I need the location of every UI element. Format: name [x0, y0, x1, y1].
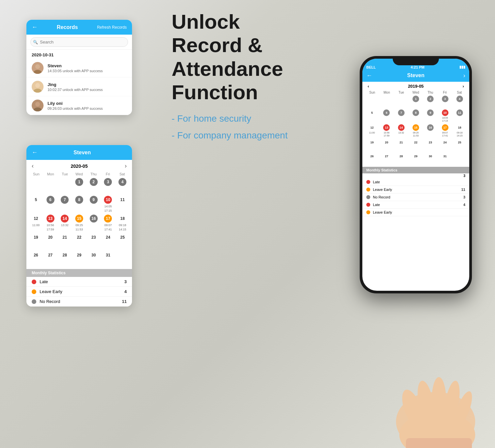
search-icon: 🔍 [33, 40, 38, 45]
phone-forward-icon: › [463, 72, 465, 79]
late-dot [32, 280, 36, 284]
record-detail-steven: 14:33:05 unlock with APP success [48, 69, 103, 73]
p-cell-25[interactable]: 25 [453, 138, 467, 152]
cal-cell-23[interactable]: 23 [87, 233, 101, 250]
p-cell-23[interactable]: 23 [423, 138, 437, 152]
cal-cell-11[interactable]: 11 [116, 195, 129, 213]
p-cell-3[interactable]: 3 [438, 95, 452, 108]
p-cell-19[interactable]: 19 [365, 138, 379, 152]
p-cell-12[interactable]: 1211:00 [365, 124, 379, 138]
phone-prev-month[interactable]: ‹ [368, 84, 369, 89]
cal-cell-20[interactable]: 20 [44, 233, 57, 250]
cal-cell-4[interactable]: 4 [116, 177, 129, 194]
cal-cell-13[interactable]: 13 10:5617:59 [44, 214, 57, 232]
cal-cell-21[interactable]: 21 [58, 233, 72, 250]
cal-cell-14[interactable]: 14 13:32 [58, 214, 72, 232]
cal-cell-25[interactable]: 25 [116, 233, 129, 250]
p-cell-22[interactable]: 22 [409, 138, 423, 152]
p-cell-11[interactable]: 11 [453, 109, 467, 123]
phone-leave-dot [366, 188, 370, 192]
cal-cell-18[interactable]: 18 09:1814:15 [116, 214, 129, 232]
cal-cell-8[interactable]: 8 [72, 195, 86, 213]
leave-early-count: 4 [124, 289, 127, 294]
phone-stat-count-header: 3 [362, 173, 469, 178]
cal-cell-12[interactable]: 12 11:00 [29, 214, 43, 232]
month-navigation: ‹ 2020-05 › [26, 160, 132, 172]
avatar-jing [32, 81, 44, 93]
phone-stat-no-record: No Record 3 [362, 194, 469, 201]
phone-late2-label: Late [373, 203, 380, 207]
cal-cell-26[interactable]: 26 [29, 251, 43, 268]
cal-cell-9[interactable]: 9 [87, 195, 101, 213]
p-cell-e4 [453, 152, 467, 165]
p-cell-7[interactable]: 7 [394, 109, 408, 123]
p-cell-21[interactable]: 21 [394, 138, 408, 152]
cal-cell-16[interactable]: 16 [87, 214, 101, 232]
p-cell-10[interactable]: 10 18:0517:15 [438, 109, 452, 123]
cal-cell-empty2 [44, 177, 57, 194]
p-cell-15[interactable]: 1509:2511:53 [409, 124, 423, 138]
current-month-label: 2020-05 [71, 164, 87, 169]
p-cell-1[interactable]: 1 [409, 95, 423, 108]
day-thu: Thu [86, 172, 101, 176]
cal-cell-15[interactable]: 15 09:2511:53 [72, 214, 86, 232]
cal-cell-17[interactable]: 17 09:0717:41 [101, 214, 115, 232]
cal-cell-22[interactable]: 22 [72, 233, 86, 250]
cal-cell-5[interactable]: 5 [29, 195, 43, 213]
p-cell-30[interactable]: 30 [423, 152, 437, 165]
phone-back-icon[interactable]: ← [366, 72, 372, 79]
cal-cell-6[interactable]: 6 [44, 195, 57, 213]
p-cell-5[interactable]: 5 [365, 109, 379, 123]
calendar-grid: 1 2 3 4 5 6 7 8 9 10 14:0517:15 11 12 11… [26, 177, 132, 268]
p-cell-9[interactable]: 9 [423, 109, 437, 123]
p-cell-16[interactable]: 16 [423, 124, 437, 138]
phone-next-month[interactable]: › [463, 84, 464, 89]
cal-cell-27[interactable]: 27 [44, 251, 57, 268]
p-cell-14[interactable]: 1413:32 [394, 124, 408, 138]
cal-cell-30[interactable]: 30 [87, 251, 101, 268]
p-cell-31[interactable]: 31 [438, 152, 452, 165]
next-month-button[interactable]: › [125, 163, 127, 169]
p-cell-17[interactable]: 1709:0717:41 [438, 124, 452, 138]
records-screen: ← Records Refresh Records 🔍 2020-10-31 S… [26, 20, 132, 115]
cal-cell-1[interactable]: 1 [72, 177, 86, 194]
day-mon: Mon [43, 172, 57, 176]
phone-norecord-label: No Record [373, 195, 390, 199]
record-text-jing: Jing 10:02:37 unlock with APP success [48, 82, 103, 92]
cal-cell-3[interactable]: 3 [101, 177, 115, 194]
phone-late2-num: 4 [463, 203, 465, 207]
p-cell-8[interactable]: 8 [409, 109, 423, 123]
p-cell-20[interactable]: 20 [380, 138, 393, 152]
p-cell-27[interactable]: 27 [380, 152, 393, 165]
cal-cell-19[interactable]: 19 [29, 233, 43, 250]
p-cell-2[interactable]: 2 [423, 95, 437, 108]
search-input[interactable] [30, 37, 128, 47]
phone-mockup: BELL 4:21 PM ▮▮▮ ← Steven › ‹ 2019-05 › … [353, 56, 478, 313]
phone-leave-early-label: Leave Early [373, 188, 392, 192]
p-cell-29[interactable]: 29 [409, 152, 423, 165]
cal-cell-24[interactable]: 24 [101, 233, 115, 250]
refresh-records-label[interactable]: Refresh Records [97, 25, 127, 30]
cal-cell-28[interactable]: 28 [58, 251, 72, 268]
attendance-back-button[interactable]: ← [32, 149, 38, 156]
p-cell-4[interactable]: 4 [453, 95, 467, 108]
main-heading: Unlock Record & Attendance Function [172, 10, 310, 104]
p-cell-26[interactable]: 26 [365, 152, 379, 165]
cal-cell-7[interactable]: 7 [58, 195, 72, 213]
p-cell-18[interactable]: 1809:1814:15 [453, 124, 467, 138]
cal-cell-2[interactable]: 2 [87, 177, 101, 194]
no-record-dot [32, 299, 36, 304]
p-cell-13[interactable]: 1310:5617:59 [380, 124, 393, 138]
attendance-title: Steven [38, 150, 127, 156]
cal-cell-10[interactable]: 10 14:0517:15 [101, 195, 115, 213]
records-back-button[interactable]: ← [32, 24, 38, 31]
p-cell-28[interactable]: 28 [394, 152, 408, 165]
cal-cell-29[interactable]: 29 [72, 251, 86, 268]
cal-cell-31[interactable]: 31 [101, 251, 115, 268]
prev-month-button[interactable]: ‹ [32, 163, 34, 169]
p-cell-6[interactable]: 6 [380, 109, 393, 123]
attendance-screen: ← Steven ‹ 2020-05 › Sun Mon Tue Wed Thu… [26, 145, 132, 307]
day-sat: Sat [115, 172, 129, 176]
p-cell-24[interactable]: 24 [438, 138, 452, 152]
cal-cell-empty1 [29, 177, 43, 194]
